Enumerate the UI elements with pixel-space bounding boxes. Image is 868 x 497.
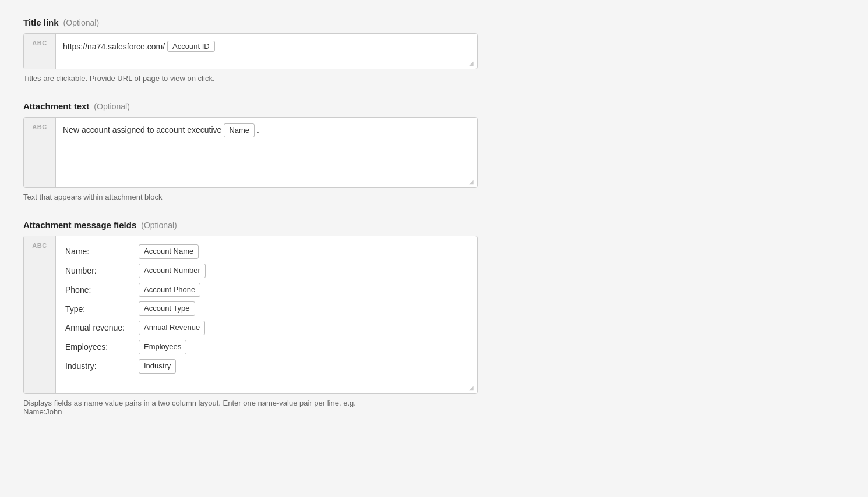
field-row-tag[interactable]: Annual Revenue bbox=[139, 321, 205, 335]
field-row: Annual revenue:Annual Revenue bbox=[65, 321, 468, 335]
field-row-label: Employees: bbox=[65, 340, 135, 353]
field-row: Type:Account Type bbox=[65, 301, 468, 316]
title-link-field-tag[interactable]: Account ID bbox=[167, 41, 215, 52]
attachment-text-hint: Text that appears within attachment bloc… bbox=[23, 193, 845, 201]
attachment-text-after: . bbox=[257, 124, 259, 136]
field-row-tag[interactable]: Employees bbox=[139, 340, 186, 354]
hint-line2: Name:John bbox=[23, 407, 62, 416]
field-row-tag[interactable]: Industry bbox=[139, 359, 176, 374]
field-row-tag[interactable]: Account Name bbox=[139, 244, 199, 259]
title-link-url: https://na74.salesforce.com/ bbox=[63, 42, 165, 51]
field-row-tag[interactable]: Account Type bbox=[139, 301, 195, 316]
field-row: Industry:Industry bbox=[65, 359, 468, 374]
field-row-label: Name: bbox=[65, 245, 135, 258]
field-row-tag[interactable]: Account Phone bbox=[139, 283, 200, 297]
attachment-text-resize-handle[interactable]: ◢ bbox=[469, 179, 476, 186]
abc-label-title: ABC bbox=[24, 34, 56, 69]
attachment-text-box[interactable]: ABC New account assigned to account exec… bbox=[23, 117, 478, 188]
attachment-text-before: New account assigned to account executiv… bbox=[63, 124, 221, 136]
field-row: Employees:Employees bbox=[65, 340, 468, 354]
title-link-content: https://na74.salesforce.com/ Account ID bbox=[56, 34, 477, 59]
field-row-tag[interactable]: Account Number bbox=[139, 264, 206, 278]
title-link-resize-handle[interactable]: ◢ bbox=[469, 61, 476, 68]
field-row-label: Type: bbox=[65, 303, 135, 315]
attachment-text-content: New account assigned to account executiv… bbox=[56, 118, 477, 143]
attachment-fields-hint: Displays fields as name value pairs in a… bbox=[23, 399, 845, 416]
abc-label-attachment: ABC bbox=[24, 118, 56, 187]
field-row: Name:Account Name bbox=[65, 244, 468, 259]
attachment-fields-content: Name:Account NameNumber:Account NumberPh… bbox=[56, 236, 477, 386]
field-row: Number:Account Number bbox=[65, 264, 468, 278]
attachment-fields-box[interactable]: ABC Name:Account NameNumber:Account Numb… bbox=[23, 236, 478, 394]
attachment-fields-label: Attachment message fields (Optional) bbox=[23, 220, 845, 230]
field-row-label: Industry: bbox=[65, 360, 135, 372]
hint-line1: Displays fields as name value pairs in a… bbox=[23, 399, 356, 407]
attachment-fields-section: Attachment message fields (Optional) ABC… bbox=[23, 220, 845, 416]
field-row: Phone:Account Phone bbox=[65, 283, 468, 297]
field-row-label: Annual revenue: bbox=[65, 321, 135, 334]
attachment-fields-resize-handle[interactable]: ◢ bbox=[469, 385, 476, 392]
field-row-label: Phone: bbox=[65, 283, 135, 296]
title-link-hint: Titles are clickable. Provide URL of pag… bbox=[23, 74, 845, 83]
attachment-text-section: Attachment text (Optional) ABC New accou… bbox=[23, 101, 845, 201]
field-row-label: Number: bbox=[65, 264, 135, 277]
attachment-text-name-tag[interactable]: Name bbox=[224, 123, 255, 137]
title-link-label: Title link (Optional) bbox=[23, 17, 845, 27]
title-link-section: Title link (Optional) ABC https://na74.s… bbox=[23, 17, 845, 83]
title-link-box[interactable]: ABC https://na74.salesforce.com/ Account… bbox=[23, 33, 478, 69]
abc-label-fields: ABC bbox=[24, 236, 56, 393]
attachment-text-label: Attachment text (Optional) bbox=[23, 101, 845, 111]
